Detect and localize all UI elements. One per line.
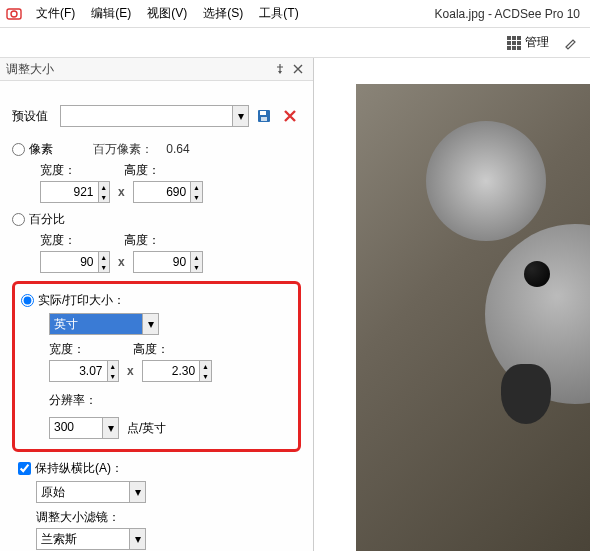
menu-edit[interactable]: 编辑(E) (83, 1, 139, 26)
resolution-unit: 点/英寸 (127, 420, 166, 437)
multiply-icon: x (118, 255, 125, 269)
act-width-input[interactable] (50, 361, 107, 381)
aspect-combo[interactable]: 原始 ▾ (36, 481, 146, 503)
koala-image (356, 84, 590, 551)
px-width-label: 宽度： (40, 162, 124, 179)
spin-up-icon[interactable]: ▲ (191, 252, 202, 262)
close-icon[interactable] (289, 60, 307, 78)
spin-down-icon[interactable]: ▼ (200, 371, 211, 381)
spin-up-icon[interactable]: ▲ (108, 361, 119, 371)
actual-radio-label: 实际/打印大小： (38, 292, 125, 309)
px-height-input[interactable] (134, 182, 191, 202)
pct-height-spinner[interactable]: ▲▼ (133, 251, 203, 273)
pct-width-spinner[interactable]: ▲▼ (40, 251, 110, 273)
pct-width-input[interactable] (41, 252, 98, 272)
filter-value: 兰索斯 (37, 529, 129, 549)
resolution-value: 300 (50, 418, 102, 438)
spin-up-icon[interactable]: ▲ (191, 182, 202, 192)
spin-down-icon[interactable]: ▼ (191, 192, 202, 202)
brush-icon (563, 35, 579, 51)
act-height-label: 高度： (133, 341, 217, 358)
manage-label: 管理 (525, 34, 549, 51)
spin-down-icon[interactable]: ▼ (99, 192, 110, 202)
manage-button[interactable]: 管理 (500, 30, 556, 55)
menu-tools[interactable]: 工具(T) (251, 1, 306, 26)
chevron-down-icon[interactable]: ▾ (232, 106, 248, 126)
panel-title: 调整大小 (6, 61, 271, 78)
menu-file[interactable]: 文件(F) (28, 1, 83, 26)
floppy-icon (256, 108, 272, 124)
chevron-down-icon[interactable]: ▾ (129, 529, 145, 549)
spin-up-icon[interactable]: ▲ (99, 252, 110, 262)
resize-panel: 调整大小 预设值 ▾ (0, 58, 314, 551)
act-height-input[interactable] (143, 361, 200, 381)
pct-width-label: 宽度： (40, 232, 124, 249)
unit-value: 英寸 (50, 314, 142, 334)
megapixel-value: 0.64 (166, 142, 189, 156)
px-height-spinner[interactable]: ▲▼ (133, 181, 203, 203)
pct-height-input[interactable] (134, 252, 191, 272)
spin-down-icon[interactable]: ▼ (99, 262, 110, 272)
unit-combo[interactable]: 英寸 ▾ (49, 313, 159, 335)
preset-label: 预设值 (12, 108, 60, 125)
resolution-combo[interactable]: 300 ▾ (49, 417, 119, 439)
preset-combo[interactable]: ▾ (60, 105, 249, 127)
spin-up-icon[interactable]: ▲ (200, 361, 211, 371)
megapixel-label: 百万像素： (93, 142, 153, 156)
menu-view[interactable]: 视图(V) (139, 1, 195, 26)
pin-icon[interactable] (271, 60, 289, 78)
grid-icon (507, 36, 521, 50)
spin-down-icon[interactable]: ▼ (108, 371, 119, 381)
svg-rect-3 (260, 111, 266, 115)
window-title: Koala.jpg - ACDSee Pro 10 (307, 7, 584, 21)
percent-radio[interactable] (12, 213, 25, 226)
app-logo-icon (6, 6, 22, 22)
keep-aspect-checkbox[interactable] (18, 462, 31, 475)
actual-radio[interactable] (21, 294, 34, 307)
svg-rect-4 (261, 117, 267, 121)
chevron-down-icon[interactable]: ▾ (142, 314, 158, 334)
toolbar-extra-button[interactable] (556, 31, 586, 55)
pixels-radio-label: 像素 (29, 141, 53, 158)
act-height-spinner[interactable]: ▲▼ (142, 360, 212, 382)
menu-select[interactable]: 选择(S) (195, 1, 251, 26)
delete-preset-button[interactable] (279, 105, 301, 127)
pixels-radio[interactable] (12, 143, 25, 156)
svg-point-1 (11, 11, 17, 17)
multiply-icon: x (127, 364, 134, 378)
px-width-spinner[interactable]: ▲▼ (40, 181, 110, 203)
spin-down-icon[interactable]: ▼ (191, 262, 202, 272)
pct-height-label: 高度： (124, 232, 208, 249)
image-preview[interactable] (314, 58, 590, 551)
chevron-down-icon[interactable]: ▾ (129, 482, 145, 502)
px-width-input[interactable] (41, 182, 98, 202)
act-width-label: 宽度： (49, 341, 133, 358)
filter-label: 调整大小滤镜： (36, 509, 301, 526)
px-height-label: 高度： (124, 162, 208, 179)
multiply-icon: x (118, 185, 125, 199)
filter-combo[interactable]: 兰索斯 ▾ (36, 528, 146, 550)
act-width-spinner[interactable]: ▲▼ (49, 360, 119, 382)
resolution-label: 分辨率： (49, 392, 292, 409)
preset-value (61, 106, 232, 126)
x-icon (283, 109, 297, 123)
percent-radio-label: 百分比 (29, 211, 65, 228)
keep-aspect-label: 保持纵横比(A)： (35, 460, 123, 477)
save-preset-button[interactable] (253, 105, 275, 127)
aspect-value: 原始 (37, 482, 129, 502)
chevron-down-icon[interactable]: ▾ (102, 418, 118, 438)
spin-up-icon[interactable]: ▲ (99, 182, 110, 192)
actual-size-highlight: 实际/打印大小： 英寸 ▾ 宽度： 高度： ▲▼ x ▲▼ (12, 281, 301, 452)
